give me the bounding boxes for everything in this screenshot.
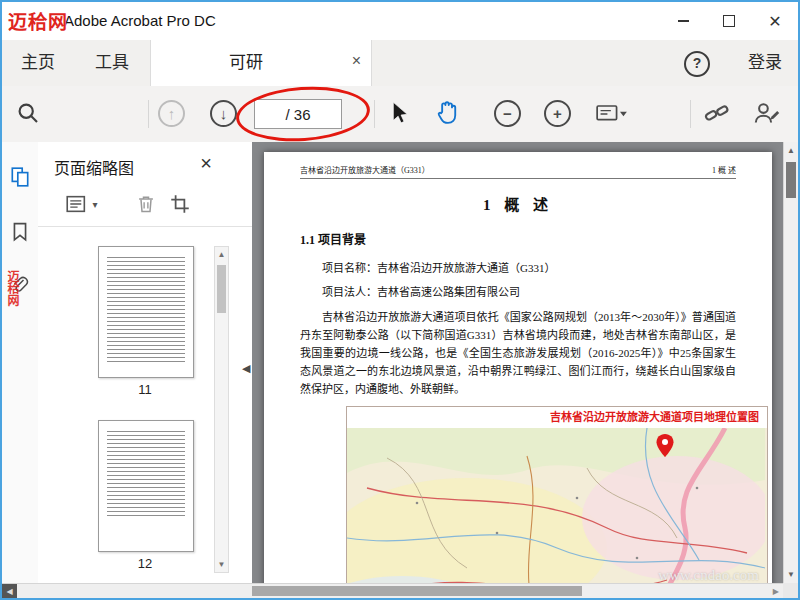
zoom-display-icon (596, 103, 628, 125)
acrobat-window: 迈秴网 Adobe Acrobat Pro DC ✕ 主页 工具 可研 × ? … (0, 0, 800, 600)
page-thumbnails-panel-button[interactable] (9, 166, 31, 192)
question-icon: ? (693, 55, 702, 71)
body-paragraph: 吉林省沿边开放旅游大通道项目依托《国家公路网规划（2013年～2030年）》普通… (300, 308, 736, 398)
location-map-figure: 吉林省沿边开放旅游大通道项目地理位置图 (346, 406, 768, 583)
trash-icon (136, 194, 156, 214)
fill-sign-button[interactable] (752, 100, 780, 130)
cursor-arrow-icon (390, 101, 410, 125)
minimize-button[interactable] (660, 2, 706, 40)
document-tab-label: 可研 (151, 40, 341, 86)
thumbnail-page-12[interactable] (98, 420, 194, 552)
arrow-down-icon: ↓ (220, 105, 228, 122)
person-pencil-icon (752, 100, 780, 126)
scroll-down-icon[interactable]: ▼ (784, 570, 798, 579)
chapter-heading: 1 概 述 (300, 193, 736, 214)
pdf-page: 吉林省沿边开放旅游大通道（G331） 1 概 述 1 概 述 1.1 项目背景 … (264, 152, 772, 583)
thumbnail-label: 12 (98, 556, 192, 571)
scroll-left-icon: ◀ (6, 587, 12, 596)
close-icon: ✕ (768, 12, 781, 31)
find-button[interactable] (16, 101, 40, 129)
map-watermark: www.cndao.com (658, 567, 759, 583)
zoom-out-button[interactable]: − (494, 100, 521, 127)
thumbnail-text-lines (107, 257, 185, 365)
link-icon (704, 102, 730, 124)
select-tool-button[interactable] (390, 101, 410, 129)
hand-tool-button[interactable] (434, 99, 462, 131)
options-list-icon (66, 194, 88, 214)
project-name-line: 项目名称：吉林省沿边开放旅游大通道（G331） (300, 259, 736, 275)
tab-home[interactable]: 主页 (2, 40, 74, 86)
running-header-right: 1 概 述 (712, 164, 736, 175)
help-button[interactable]: ? (684, 51, 710, 77)
chevron-down-icon: ▾ (92, 199, 97, 210)
next-page-button[interactable]: ↓ (210, 100, 237, 127)
window-controls: ✕ (660, 2, 798, 40)
navigation-rail (2, 142, 39, 583)
share-link-button[interactable] (704, 102, 730, 128)
title-bar: 迈秴网 Adobe Acrobat Pro DC ✕ (2, 2, 798, 40)
scroll-up-icon[interactable]: ▲ (784, 146, 798, 155)
scroll-left-button[interactable]: ◀ (2, 584, 17, 598)
plus-icon: + (553, 105, 562, 122)
bookmarks-panel-button[interactable] (11, 222, 29, 246)
zoom-level-dropdown[interactable] (596, 103, 628, 129)
thumbnail-options-button[interactable]: ▾ (66, 194, 97, 218)
page-number-input[interactable]: / 36 (254, 99, 342, 129)
scroll-down-icon[interactable]: ▼ (215, 560, 228, 569)
thumbnail-text-lines (107, 431, 185, 517)
minus-icon: − (503, 105, 512, 122)
search-icon (16, 101, 40, 125)
zoom-in-button[interactable]: + (544, 100, 571, 127)
map-title: 吉林省沿边开放旅游大通道项目地理位置图 (347, 407, 767, 428)
scroll-up-icon[interactable]: ▲ (215, 250, 228, 259)
crop-pages-button[interactable] (170, 194, 190, 218)
panel-close-icon[interactable]: × (200, 152, 212, 175)
tab-tools[interactable]: 工具 (74, 40, 150, 86)
previous-page-button[interactable]: ↑ (158, 100, 185, 127)
toolbar: ↑ ↓ / 36 − + (2, 86, 798, 143)
document-vertical-scrollbar[interactable]: ▲ ▼ (783, 142, 798, 583)
section-heading: 1.1 项目背景 (300, 230, 736, 248)
bookmark-icon (11, 222, 29, 242)
panel-scrollbar-thumb[interactable] (217, 265, 226, 313)
close-button[interactable]: ✕ (752, 2, 798, 40)
window-title: Adobe Acrobat Pro DC (64, 12, 216, 29)
document-view[interactable]: 吉林省沿边开放旅游大通道（G331） 1 概 述 1 概 述 1.1 项目背景 … (252, 142, 783, 583)
document-tab[interactable]: 可研 × (150, 40, 372, 86)
thumbnail-label: 11 (98, 382, 192, 397)
minimize-icon (678, 20, 689, 22)
tab-bar: 主页 工具 可研 × ? 登录 (2, 40, 798, 86)
document-tab-close-icon[interactable]: × (352, 52, 361, 70)
document-horizontal-scrollbar[interactable]: ◀ ▶ (2, 583, 783, 598)
crop-icon (170, 194, 190, 214)
map-image (347, 428, 765, 583)
pages-icon (9, 166, 31, 188)
arrow-up-icon: ↑ (168, 105, 176, 122)
running-header-left: 吉林省沿边开放旅游大通道（G331） (300, 164, 430, 175)
page-total-label: / 36 (285, 106, 310, 123)
panel-toolbar: ▾ (38, 186, 252, 224)
watermark-left-edge: 迈秴网 (4, 270, 21, 306)
page-thumbnails-panel: 页面缩略图 × ▾ 11 12 ▲ ▼ (38, 142, 253, 583)
panel-collapse-handle[interactable]: ◀ (242, 362, 250, 375)
delete-pages-button[interactable] (136, 194, 156, 218)
watermark-top-left: 迈秴网 (8, 7, 68, 34)
thumbnail-page-11[interactable] (98, 246, 194, 378)
maximize-icon (723, 15, 735, 27)
page-running-header: 吉林省沿边开放旅游大通道（G331） 1 概 述 (300, 164, 736, 179)
sign-in-button[interactable]: 登录 (748, 40, 782, 86)
scrollbar-corner (783, 583, 798, 598)
vertical-scrollbar-thumb[interactable] (786, 162, 796, 198)
maximize-button[interactable] (706, 2, 752, 40)
scroll-right-icon[interactable]: ▶ (773, 587, 779, 596)
project-legal-line: 项目法人：吉林省高速公路集团有限公司 (300, 283, 736, 299)
hand-icon (434, 99, 462, 127)
horizontal-scrollbar-thumb[interactable] (252, 586, 582, 596)
panel-title: 页面缩略图 (54, 155, 134, 179)
panel-scrollbar[interactable]: ▲ ▼ (214, 246, 229, 573)
